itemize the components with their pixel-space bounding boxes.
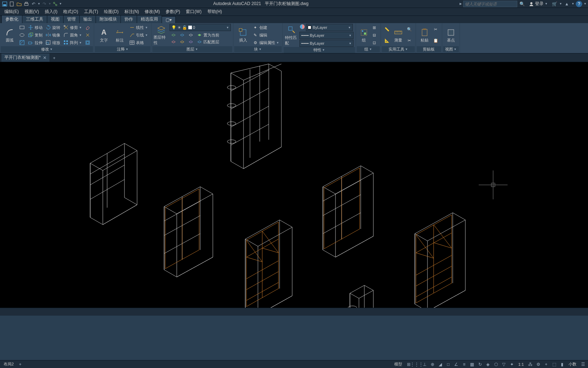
util-icon-3[interactable]: 🔍 <box>405 26 413 33</box>
close-icon[interactable]: ✕ <box>43 55 47 60</box>
util-icon-2[interactable]: 📐 <box>383 38 391 44</box>
paste-button[interactable]: 粘贴 <box>418 24 431 46</box>
panel-title-block[interactable]: 块▼ <box>234 46 282 52</box>
quick-props-icon[interactable]: ▮ <box>558 361 566 368</box>
arc-button[interactable]: 圆弧 <box>2 24 17 46</box>
model-button[interactable]: 模型 <box>392 361 404 368</box>
ribbon-tab[interactable]: 参数化 <box>1 15 22 23</box>
open-icon[interactable] <box>16 1 22 7</box>
layer-dropdown[interactable]: 💡 ☀ 🔓 0 ▼ <box>170 24 231 31</box>
search-dropdown-icon[interactable]: ▶ <box>460 2 462 5</box>
panel-title-layer[interactable]: 图层▼ <box>152 46 232 52</box>
mirror-button[interactable]: 镜像 <box>44 32 61 38</box>
layer-properties-button[interactable]: 图层特性 <box>154 24 169 46</box>
isodraft-icon[interactable]: ◢ <box>437 361 444 368</box>
menu-view[interactable]: 视图(V) <box>22 8 42 16</box>
menu-dimension[interactable]: 标注(N) <box>122 8 142 16</box>
ribbon-tab[interactable]: 管理 <box>63 15 80 23</box>
osnap-icon[interactable]: □ <box>445 361 452 368</box>
ribbon-tab[interactable]: 视图 <box>47 15 63 23</box>
edit-attr-button[interactable]: ⚙编辑属性▼ <box>251 39 280 46</box>
insert-button[interactable]: 插入 <box>236 24 251 46</box>
units-label[interactable]: 小数 <box>566 361 579 368</box>
ortho-icon[interactable]: ⊥ <box>421 361 428 368</box>
add-layout-button[interactable]: + <box>17 361 24 368</box>
search-icon[interactable]: 🔍 <box>519 1 525 7</box>
panel-title-modify[interactable]: 修改▼ <box>1 46 93 52</box>
measure-button[interactable]: 测量 <box>392 24 405 46</box>
qat-more-icon[interactable]: ▼ <box>59 2 62 5</box>
ribbon-tab[interactable]: 输出 <box>79 15 96 23</box>
rect-icon[interactable] <box>18 24 26 31</box>
linear-button[interactable]: 线性▼ <box>128 24 149 31</box>
match-props-button[interactable]: 特性匹配 <box>285 24 299 47</box>
transparency-icon[interactable]: ▦ <box>469 361 476 368</box>
ribbon-tab[interactable]: 附加模块 <box>96 15 121 23</box>
copy-icon[interactable]: 📋 <box>432 38 440 44</box>
panel-title-annotate[interactable]: 注释▼ <box>95 46 150 52</box>
ribbon-tab[interactable]: 三维工具 <box>22 15 47 23</box>
panel-title-view[interactable]: 视图▼ <box>443 46 459 52</box>
match-layer-button[interactable]: 匹配图层 <box>196 39 220 45</box>
leader-button[interactable]: 引线▼ <box>128 32 149 38</box>
login-button[interactable]: 登录▼ <box>527 1 550 7</box>
cut-icon[interactable]: ✂ <box>432 26 440 33</box>
group-button[interactable]: 组 <box>358 24 370 46</box>
panel-title-clipboard[interactable]: 剪贴板 <box>417 46 441 52</box>
menu-draw[interactable]: 绘图(D) <box>101 8 122 16</box>
create-block-button[interactable]: ✦创建 <box>251 24 280 31</box>
table-button[interactable]: 表格 <box>128 39 149 46</box>
menu-help[interactable]: 帮助(H) <box>205 8 225 16</box>
gizmo-icon[interactable]: ✦ <box>508 361 515 368</box>
dynamic-ucs-icon[interactable]: ⬡ <box>492 361 500 368</box>
undo-dropdown-icon[interactable]: ▼ <box>38 2 40 5</box>
otrack-icon[interactable]: ∠ <box>453 361 460 368</box>
color-icon[interactable] <box>299 24 305 30</box>
redo-dropdown-icon[interactable]: ▼ <box>48 2 51 5</box>
panel-title-group[interactable]: 组▼ <box>357 46 380 52</box>
explode-icon[interactable] <box>84 32 92 38</box>
redo-icon[interactable]: ↷ <box>41 1 48 7</box>
hatch-icon[interactable] <box>18 39 26 46</box>
copy-button[interactable]: 复制 <box>27 32 44 38</box>
layer-icon-3[interactable] <box>178 32 186 38</box>
panel-title-properties[interactable]: 特性▼ <box>284 47 355 53</box>
edit-block-button[interactable]: ✎编辑 <box>251 32 280 38</box>
units-icon[interactable]: ⬚ <box>550 361 558 368</box>
layer-icon-2[interactable] <box>170 39 177 45</box>
anno-scale[interactable]: 1:1 <box>516 361 526 367</box>
selection-filter-icon[interactable]: ▽ <box>500 361 508 368</box>
file-tab[interactable]: 平开门衣柜轴测图* ✕ <box>1 53 49 62</box>
menu-window[interactable]: 窗口(W) <box>183 8 204 16</box>
3dosnap-icon[interactable]: ◈ <box>484 361 492 368</box>
undo-icon[interactable]: ↶ <box>30 1 37 7</box>
workspace-icon[interactable]: ⚙ <box>535 361 542 368</box>
color-dropdown[interactable]: ByLayer▼ <box>306 24 353 31</box>
cycling-icon[interactable]: ↻ <box>477 361 484 368</box>
layout-tab[interactable]: 布局2 <box>1 361 16 368</box>
share-icon[interactable] <box>52 1 58 7</box>
ribbon-tab[interactable]: 精选应用 <box>137 15 162 23</box>
layer-icon-4[interactable] <box>178 39 186 45</box>
help-icon[interactable]: ? <box>576 1 582 7</box>
snap-icon[interactable]: ⋮⋮⋮ <box>413 361 420 368</box>
anno-monitor-icon[interactable]: + <box>543 361 550 368</box>
menu-modify[interactable]: 修改(M) <box>142 8 163 16</box>
customize-icon[interactable]: ☰ <box>579 361 587 368</box>
array-button[interactable]: 阵列▼ <box>62 39 83 46</box>
polar-icon[interactable]: ⊕ <box>429 361 436 368</box>
lineweight-icon[interactable]: ≡ <box>461 361 468 368</box>
new-icon[interactable] <box>9 1 15 7</box>
group-icon-2[interactable]: ⊟ <box>370 32 378 38</box>
erase-icon[interactable] <box>84 24 92 31</box>
linetype-dropdown[interactable]: ━━━ ByLayer▼ <box>299 32 354 39</box>
rotate-button[interactable]: 旋转 <box>44 24 61 31</box>
fillet-button[interactable]: 圆角▼ <box>62 32 83 38</box>
add-tab-button[interactable]: + <box>50 55 58 62</box>
trim-button[interactable]: 修剪▼ <box>62 24 83 31</box>
menu-edit[interactable]: 编辑(E) <box>1 8 22 16</box>
layer-icon-6[interactable] <box>187 39 195 45</box>
group-icon-1[interactable]: ⊞ <box>370 24 378 31</box>
dimension-button[interactable]: 标注 <box>112 24 127 46</box>
ellipse-icon[interactable] <box>18 32 26 38</box>
